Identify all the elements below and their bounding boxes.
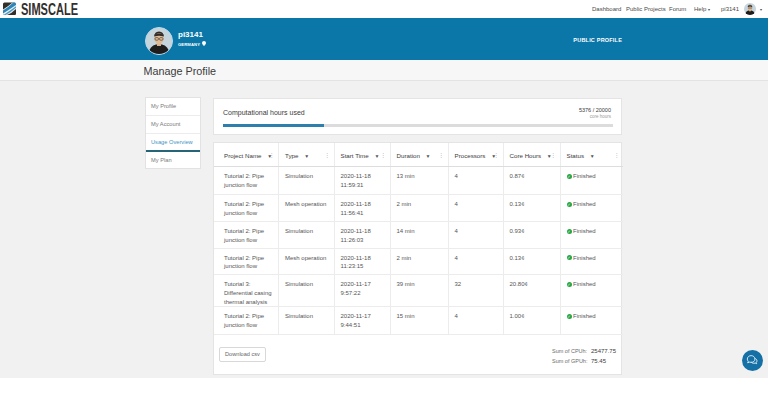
svg-text:SIMSCALE: SIMSCALE xyxy=(21,2,78,16)
